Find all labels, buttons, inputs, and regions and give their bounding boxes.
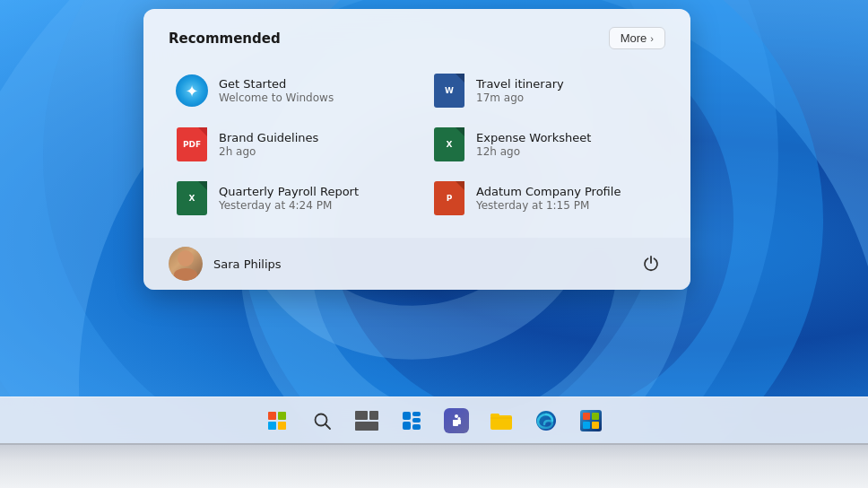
svg-rect-5	[403, 422, 411, 430]
teams-icon-svg	[448, 413, 464, 429]
user-info[interactable]: Sara Philips	[169, 247, 282, 281]
word-icon-inner: W	[434, 74, 464, 108]
recommended-header: Recommended More ›	[169, 27, 665, 49]
recommended-section: Recommended More › ✦ Get Started Welcome…	[143, 9, 690, 238]
svg-rect-6	[412, 424, 421, 430]
item-meta: Yesterday at 1:15 PM	[476, 199, 621, 212]
item-meta: Yesterday at 4:24 PM	[219, 199, 359, 212]
item-meta: 17m ago	[476, 92, 564, 104]
windows-logo-icon	[268, 412, 286, 430]
word-file-icon: W	[433, 74, 465, 107]
list-item[interactable]: X Expense Worksheet 12h ago	[426, 119, 665, 170]
pdf-icon-inner: PDF	[177, 127, 207, 161]
taskbar-explorer-button[interactable]	[482, 401, 521, 440]
list-item[interactable]: PDF Brand Guidelines 2h ago	[169, 119, 408, 170]
store-icon	[579, 409, 603, 432]
svg-rect-15	[583, 422, 590, 429]
more-label: More	[621, 31, 647, 45]
taskbar-search-button[interactable]	[302, 401, 342, 440]
power-button[interactable]	[637, 249, 665, 278]
taskbar-store-button[interactable]	[571, 401, 611, 440]
explorer-icon	[490, 411, 513, 431]
pptx-file-icon: P	[433, 182, 465, 214]
svg-line-1	[326, 424, 330, 429]
list-item[interactable]: W Travel itinerary 17m ago	[426, 65, 665, 116]
list-item[interactable]: ✦ Get Started Welcome to Windows	[169, 65, 408, 116]
recommended-grid: ✦ Get Started Welcome to Windows W Trave…	[169, 65, 665, 223]
widgets-icon	[401, 410, 422, 431]
device-bottom-bar	[0, 443, 868, 488]
pptx-icon-inner: P	[434, 181, 464, 215]
svg-rect-8	[457, 419, 461, 424]
avatar-image	[169, 247, 203, 281]
taskbar-widgets-button[interactable]	[392, 401, 431, 440]
user-section: Sara Philips	[143, 238, 690, 290]
get-started-icon: ✦	[176, 74, 208, 107]
power-icon	[642, 255, 660, 273]
list-item[interactable]: P Adatum Company Profile Yesterday at 1:…	[426, 173, 665, 223]
item-name: Quarterly Payroll Report	[219, 185, 359, 198]
excel-icon-inner-2: X	[177, 181, 207, 215]
svg-rect-9	[490, 415, 512, 430]
pdf-file-icon: PDF	[176, 128, 208, 161]
item-name: Expense Worksheet	[476, 131, 591, 144]
taskview-icon	[355, 411, 378, 431]
taskbar	[0, 396, 868, 443]
user-name: Sara Philips	[213, 257, 282, 271]
svg-rect-3	[412, 412, 421, 416]
excel-file-icon-2: X	[176, 182, 208, 214]
taskbar-edge-button[interactable]	[526, 401, 566, 440]
chevron-right-icon: ›	[650, 33, 654, 44]
item-meta: Welcome to Windows	[219, 92, 334, 104]
excel-file-icon: X	[433, 128, 465, 161]
svg-rect-13	[583, 413, 590, 420]
getstarted-icon-inner: ✦	[176, 74, 208, 107]
edge-icon	[534, 409, 558, 432]
taskbar-teams-button[interactable]	[437, 401, 476, 440]
more-button[interactable]: More ›	[609, 27, 665, 49]
svg-rect-16	[592, 422, 599, 429]
search-icon	[312, 411, 332, 431]
start-menu: Recommended More › ✦ Get Started Welcome…	[143, 9, 690, 290]
svg-rect-14	[592, 413, 599, 420]
avatar	[169, 247, 203, 281]
taskbar-taskview-button[interactable]	[347, 401, 386, 440]
teams-icon	[444, 408, 469, 433]
item-meta: 2h ago	[219, 145, 318, 158]
excel-icon-inner: X	[434, 127, 464, 161]
item-name: Get Started	[219, 77, 334, 91]
item-name: Adatum Company Profile	[476, 185, 621, 198]
item-name: Travel itinerary	[476, 77, 564, 91]
item-name: Brand Guidelines	[219, 131, 318, 144]
svg-rect-2	[403, 412, 411, 420]
svg-rect-4	[412, 418, 421, 423]
recommended-title: Recommended	[169, 30, 281, 47]
item-meta: 12h ago	[476, 145, 591, 158]
list-item[interactable]: X Quarterly Payroll Report Yesterday at …	[169, 173, 408, 223]
taskbar-start-button[interactable]	[257, 401, 297, 440]
svg-rect-10	[490, 414, 499, 417]
